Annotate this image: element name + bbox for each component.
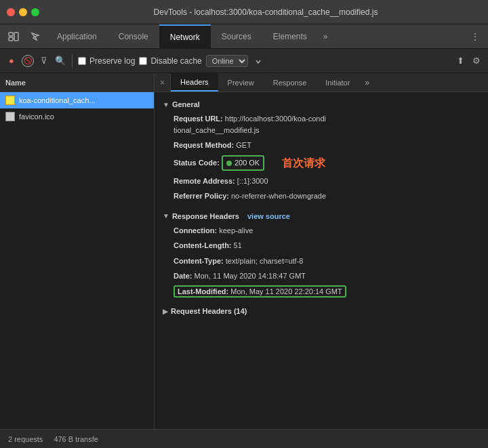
detail-panel: × Headers Preview Response Initiator » ▼…: [155, 73, 488, 429]
content-type-value: text/plain; charset=utf-8: [226, 257, 304, 265]
content-type-row: Content-Type: text/plain; charset=utf-8: [155, 253, 488, 269]
tab-preview[interactable]: Preview: [218, 73, 264, 91]
title-bar: DevTools - localhost:3000/koa-conditiona…: [0, 0, 488, 24]
tab-dock-icon[interactable]: [3, 24, 24, 48]
date-value: Mon, 11 May 2020 14:18:47 GMT: [195, 272, 306, 280]
content-length-value: 51: [234, 241, 242, 249]
tab-elements[interactable]: Elements: [262, 24, 318, 48]
file-list-panel: Name koa-conditional_cach... favicon.ico: [0, 73, 155, 429]
remote-address-row: Remote Address: [::1]:3000: [155, 174, 488, 189]
request-method-label: Request Method:: [174, 141, 234, 149]
tab-application[interactable]: Application: [46, 24, 108, 48]
filter-icon[interactable]: ⊽: [38, 55, 50, 67]
tabs-more-button[interactable]: »: [318, 24, 333, 48]
tab-network[interactable]: Network: [159, 24, 211, 48]
file-item-koa[interactable]: koa-conditional_cach...: [0, 92, 154, 108]
file-name-koa: koa-conditional_cach...: [19, 96, 96, 104]
request-url-row: Request URL: http://localhost:3000/koa-c…: [155, 111, 488, 138]
tab-sources[interactable]: Sources: [211, 24, 262, 48]
maximize-button[interactable]: [31, 8, 39, 16]
last-modified-row: Last-Modified: Mon, May 11 2020 22:20:14…: [155, 284, 488, 300]
window-title: DevTools - localhost:3000/koa-conditiona…: [50, 7, 481, 17]
content-type-label: Content-Type:: [174, 257, 224, 265]
network-settings-icon[interactable]: ⚙: [470, 55, 483, 67]
preserve-log-checkbox[interactable]: [78, 57, 86, 65]
status-code-label: Status Code:: [174, 159, 220, 167]
content-length-label: Content-Length:: [174, 241, 232, 249]
content-length-row: Content-Length: 51: [155, 238, 488, 253]
preserve-log-toggle[interactable]: Preserve log: [78, 56, 135, 66]
detail-content: ▼ General Request URL: http://localhost:…: [155, 92, 488, 429]
referrer-policy-row: Referrer Policy: no-referrer-when-downgr…: [155, 188, 488, 204]
tab-end-icons: ⋮: [468, 24, 488, 48]
view-source-link[interactable]: view source: [247, 212, 290, 220]
minimize-button[interactable]: [19, 8, 27, 16]
file-list: koa-conditional_cach... favicon.ico: [0, 92, 154, 429]
requests-count: 2 requests: [8, 435, 43, 443]
svg-rect-0: [9, 33, 13, 36]
record-button[interactable]: ●: [5, 55, 18, 67]
general-title: General: [172, 100, 200, 108]
toolbar-right-icons: ⬆ ⚙: [454, 55, 483, 67]
name-column-header: Name: [0, 73, 154, 92]
request-headers-title: Request Headers (14): [171, 307, 247, 315]
status-code-row: Status Code: 200 OK 首次请求: [155, 153, 488, 174]
connection-label: Connection:: [174, 226, 217, 235]
request-headers-header[interactable]: ▶ Request Headers (14): [155, 304, 488, 318]
tab-initiator[interactable]: Initiator: [316, 73, 359, 91]
js-file-icon: [5, 96, 15, 105]
throttling-down-icon: [253, 56, 264, 66]
throttling-select[interactable]: Online: [206, 55, 248, 67]
separator-1: [72, 54, 73, 68]
disable-cache-toggle[interactable]: Disable cache: [139, 56, 201, 66]
request-method-value: GET: [236, 141, 251, 149]
tab-inspect-icon[interactable]: [24, 24, 46, 48]
ico-file-icon: [5, 112, 15, 121]
tab-bar: Application Console Network Sources Elem…: [0, 24, 488, 49]
response-headers-title: Response Headers: [172, 212, 239, 220]
date-row: Date: Mon, 11 May 2020 14:18:47 GMT: [155, 268, 488, 284]
traffic-lights: [7, 8, 39, 16]
remote-address-label: Remote Address:: [174, 177, 235, 185]
annotation-text: 首次请求: [282, 155, 325, 171]
last-modified-label: Last-Modified:: [178, 287, 228, 296]
detail-close-button[interactable]: ×: [155, 73, 171, 91]
svg-rect-2: [9, 37, 13, 41]
transfer-size: 476 B transfe: [54, 435, 98, 443]
devtools-settings-icon[interactable]: ⋮: [468, 28, 483, 45]
disable-cache-checkbox[interactable]: [139, 57, 147, 65]
search-icon[interactable]: 🔍: [54, 55, 66, 67]
status-dot-icon: [226, 161, 232, 166]
last-modified-value: Mon, May 11 2020 22:20:14 GMT: [230, 287, 342, 296]
general-arrow-icon: ▼: [163, 101, 169, 108]
request-arrow-icon: ▶: [163, 308, 168, 315]
referrer-policy-label: Referrer Policy:: [174, 192, 229, 200]
status-code-value: 200 OK: [222, 159, 264, 167]
remote-address-value: [::1]:3000: [237, 177, 268, 185]
main-content: Name koa-conditional_cach... favicon.ico…: [0, 73, 488, 429]
general-section-header[interactable]: ▼ General: [155, 98, 488, 111]
svg-rect-1: [14, 33, 18, 41]
detail-tabs-more[interactable]: »: [359, 73, 375, 91]
clear-button[interactable]: 🚫: [22, 55, 34, 67]
date-label: Date:: [174, 272, 192, 280]
tab-response[interactable]: Response: [264, 73, 317, 91]
response-headers-header[interactable]: ▼ Response Headers view source: [155, 209, 488, 223]
status-bar: 2 requests 476 B transfe: [0, 429, 488, 448]
request-method-row: Request Method: GET: [155, 138, 488, 153]
upload-icon[interactable]: ⬆: [454, 55, 466, 67]
request-headers-section: ▶ Request Headers (14): [155, 304, 488, 318]
file-name-favicon: favicon.ico: [19, 113, 54, 121]
tab-headers[interactable]: Headers: [171, 73, 218, 91]
network-toolbar: ● 🚫 ⊽ 🔍 Preserve log Disable cache Onlin…: [0, 49, 488, 73]
tab-console[interactable]: Console: [108, 24, 159, 48]
last-modified-highlight: Last-Modified: Mon, May 11 2020 22:20:14…: [174, 285, 346, 298]
response-arrow-icon: ▼: [163, 212, 169, 220]
connection-value: keep-alive: [219, 226, 253, 235]
connection-row: Connection: keep-alive: [155, 223, 488, 239]
request-url-label: Request URL:: [174, 115, 223, 123]
close-button[interactable]: [7, 8, 15, 16]
file-item-favicon[interactable]: favicon.ico: [0, 108, 154, 125]
response-headers-section: ▼ Response Headers view source Connectio…: [155, 209, 488, 300]
general-section: ▼ General Request URL: http://localhost:…: [155, 98, 488, 204]
